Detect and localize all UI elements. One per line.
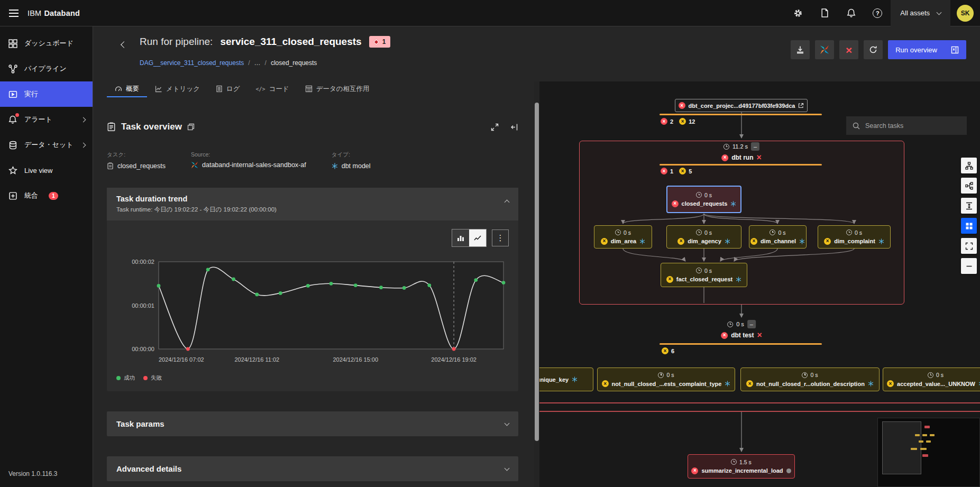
graph-node-dim-area[interactable]: 0 s dim_area [594, 225, 652, 249]
svg-text:2024/12/16 19:02: 2024/12/16 19:02 [431, 356, 477, 363]
sidebar-item-label: データ・セット [24, 140, 74, 150]
fit-view-button[interactable] [961, 238, 977, 254]
graph-node-dim-complaint[interactable]: 0 s dim_complaint [818, 225, 891, 249]
dbt-test-duration: 0 s [727, 320, 756, 328]
node-label: closed_requests [682, 200, 728, 207]
duration-trend-card: Task duration trend Task runtime: 今日の 19… [107, 188, 518, 391]
sidebar-item-alerts[interactable]: アラート [0, 107, 93, 132]
tab-logs[interactable]: ログ [208, 81, 248, 97]
bar-chart-toggle-button[interactable] [452, 229, 469, 246]
settings-button[interactable] [785, 0, 811, 26]
refresh-button[interactable] [864, 40, 883, 59]
refresh-icon [869, 45, 877, 54]
alert-severity-badge[interactable]: 1 [369, 36, 391, 48]
duration-value: 0 s [704, 229, 712, 236]
warn-count: 5 [689, 168, 692, 174]
all-assets-dropdown[interactable]: All assets [891, 0, 950, 26]
back-button[interactable] [116, 37, 131, 52]
tab-overview[interactable]: 概要 [107, 81, 147, 97]
graph-node-fact-closed-request[interactable]: 0 s fact_closed_request [661, 263, 747, 287]
graph-node-test-resolution-description[interactable]: 0 s not_null_closed_r...olution_descript… [740, 367, 880, 391]
warn-count-icon [679, 168, 686, 174]
chart-menu-button[interactable] [492, 229, 509, 246]
graph-node-dim-channel[interactable]: 0 s dim_channel [749, 225, 807, 249]
task-params-section[interactable]: Task params [107, 411, 518, 436]
graph-node-root-project[interactable]: dbt_core_projec...d49177bf03fe939dca [675, 99, 808, 112]
test-issue-badges: 6 [662, 347, 677, 354]
graph-node-summarize-incremental-load[interactable]: 1.5 s summarize_incremental_load [688, 454, 795, 479]
warn-count: 12 [689, 118, 695, 125]
dbt-run-title[interactable]: dbt run [721, 153, 762, 162]
zoom-out-button[interactable] [961, 258, 977, 274]
group-title: dbt run [731, 154, 753, 161]
scrollbar-thumb[interactable] [535, 103, 539, 441]
tab-data-interactions[interactable]: データの相互作用 [297, 81, 378, 97]
graph-node-test-accepted-values[interactable]: 0 s accepted_value..._UNKNOW [883, 367, 980, 391]
expand-panel-button[interactable] [491, 123, 499, 131]
page-title: Run for pipeline: service_311_closed_req… [140, 36, 390, 48]
sidebar-item-datasets[interactable]: データ・セット [0, 132, 93, 158]
chart-type-toggle [452, 229, 487, 247]
graph-node-test-unique-key[interactable]: ts_unique_key [539, 367, 593, 391]
graph-search [846, 116, 967, 135]
copy-button[interactable] [187, 123, 195, 131]
node-label: not_null_closed_r...olution_description [756, 381, 865, 387]
airflow-source-button[interactable] [815, 40, 834, 59]
graph-node-test-complaint-type[interactable]: 0 s not_null_closed_...ests_complaint_ty… [597, 367, 735, 391]
layout-horizontal-button[interactable] [961, 178, 977, 194]
sidebar-item-label: 統合 [24, 191, 38, 200]
duration-trend-header[interactable]: Task duration trend Task runtime: 今日の 19… [107, 188, 518, 220]
sidebar-item-live-view[interactable]: Live view [0, 158, 93, 183]
layout-vertical-button[interactable] [961, 158, 977, 173]
tab-label: データの相互作用 [316, 85, 370, 94]
failed-count-icon [661, 118, 667, 125]
table-icon [305, 85, 313, 93]
download-button[interactable] [791, 40, 810, 59]
dbt-test-title[interactable]: dbt test [721, 331, 762, 339]
collapse-panel-button[interactable] [510, 123, 518, 131]
task-overview-panel: Task overview [93, 97, 534, 487]
sidebar-item-pipelines[interactable]: パイプライン [0, 56, 93, 81]
sidebar-item-dashboard[interactable]: ダッシュボード [0, 31, 93, 56]
hamburger-menu-button[interactable] [0, 0, 28, 26]
minimap[interactable] [877, 418, 980, 487]
version-label: Version 1.0.116.3 [8, 470, 58, 477]
help-button[interactable] [864, 0, 891, 26]
collapse-group-button[interactable] [747, 320, 756, 328]
snowflake-icon [639, 238, 645, 244]
dag-canvas[interactable]: dbt_core_projec...d49177bf03fe939dca 2 1… [539, 81, 980, 487]
breadcrumb-ellipsis[interactable]: … [254, 59, 261, 67]
chevron-down-icon [505, 420, 510, 426]
collapse-group-button[interactable] [751, 142, 759, 151]
failed-run-button[interactable] [839, 40, 858, 59]
run-overview-button[interactable]: Run overview [888, 40, 966, 59]
panel-scrollbar[interactable] [534, 81, 539, 487]
sidebar-item-integrations[interactable]: 統合 1 [0, 183, 93, 208]
tab-code[interactable]: コード [248, 81, 297, 97]
failed-count: 1 [670, 168, 673, 174]
document-icon [821, 8, 829, 17]
run-icon [7, 89, 18, 99]
alert-bell-icon [7, 114, 18, 125]
release-notes-button[interactable] [811, 0, 838, 26]
red-x-icon [846, 44, 852, 56]
airflow-icon [820, 45, 829, 54]
sidebar-item-runs[interactable]: 実行 [0, 81, 93, 107]
tab-metrics[interactable]: メトリック [147, 81, 208, 97]
avatar[interactable]: SK [957, 5, 974, 22]
breadcrumb-root-link[interactable]: DAG__service_311_closed_requests [140, 59, 244, 67]
search-tasks-input[interactable] [865, 122, 960, 130]
minimap-node [922, 454, 928, 457]
expand-spacing-button[interactable] [961, 198, 977, 214]
advanced-details-section[interactable]: Advanced details [107, 456, 518, 481]
graph-node-dim-agency[interactable]: 0 s dim_agency [666, 225, 741, 249]
duration-value: 0 s [704, 268, 712, 274]
notifications-button[interactable] [838, 0, 864, 26]
line-chart-toggle-button[interactable] [469, 229, 486, 246]
clock-icon [723, 144, 729, 150]
failed-x-icon [756, 153, 761, 162]
breadcrumb: DAG__service_311_closed_requests … close… [140, 59, 390, 67]
minimap-node [919, 440, 923, 443]
graph-node-closed-requests[interactable]: 0 s closed_requests [666, 186, 741, 213]
grid-view-button[interactable] [961, 218, 977, 234]
